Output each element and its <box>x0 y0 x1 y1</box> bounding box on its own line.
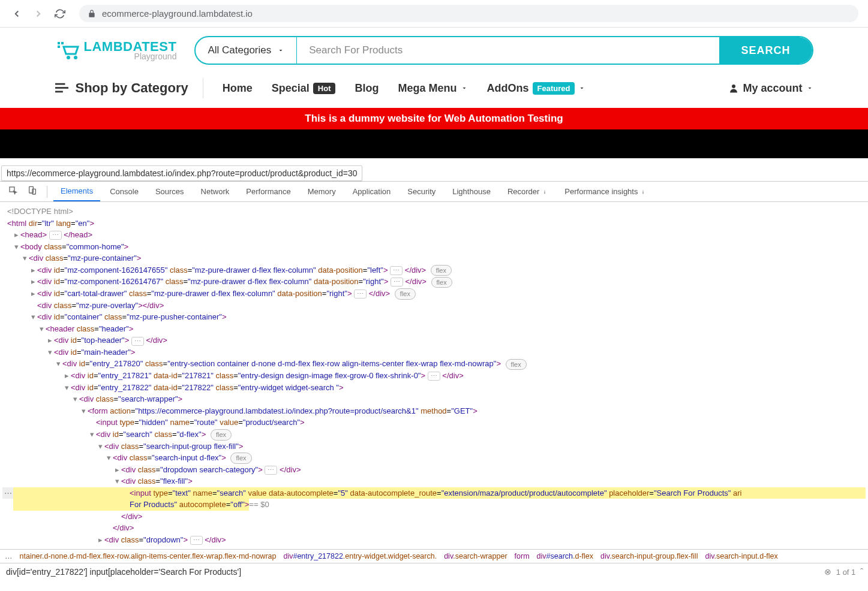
main-nav: Shop by Category Home Special Hot Blog M… <box>38 73 830 108</box>
search-button[interactable]: SEARCH <box>719 37 812 64</box>
chevron-down-icon <box>277 47 284 54</box>
page-content: LAMBDATEST Playground All Categories SEA… <box>0 28 868 181</box>
find-input[interactable] <box>5 566 819 578</box>
status-bar-url: https://ecommerce-playground.lambdatest.… <box>1 165 362 181</box>
devtools: Elements Console Sources Network Perform… <box>0 181 868 580</box>
nav-special[interactable]: Special Hot <box>272 82 336 95</box>
devtools-tabs: Elements Console Sources Network Perform… <box>0 182 868 202</box>
nav-home[interactable]: Home <box>223 82 253 95</box>
hero-strip <box>0 129 868 158</box>
svg-point-3 <box>67 56 70 59</box>
url-text: ecommerce-playground.lambdatest.io <box>102 8 253 19</box>
logo[interactable]: LAMBDATEST Playground <box>55 38 177 62</box>
nav-blog[interactable]: Blog <box>355 82 379 95</box>
cart-icon <box>55 38 79 62</box>
person-icon <box>728 83 739 94</box>
tab-application[interactable]: Application <box>346 182 398 201</box>
reload-button[interactable] <box>53 7 67 21</box>
svg-rect-0 <box>58 42 60 44</box>
forward-button[interactable] <box>31 7 46 21</box>
shop-by-category[interactable]: Shop by Category <box>55 78 203 98</box>
tab-recorder[interactable]: Recorder <box>500 182 555 201</box>
find-prev-icon[interactable]: ˆ <box>860 567 863 577</box>
logo-sub: Playground <box>84 52 177 61</box>
svg-point-4 <box>74 56 77 59</box>
tab-memory[interactable]: Memory <box>301 182 343 201</box>
tab-insights[interactable]: Performance insights <box>557 182 653 201</box>
banner: This is a dummy website for Web Automati… <box>0 108 868 129</box>
tab-elements[interactable]: Elements <box>53 182 100 201</box>
svg-rect-7 <box>55 91 63 93</box>
nav-my-account[interactable]: My account <box>728 82 813 95</box>
tab-security[interactable]: Security <box>400 182 443 201</box>
tab-console[interactable]: Console <box>103 182 146 201</box>
tab-performance[interactable]: Performance <box>239 182 298 201</box>
svg-rect-5 <box>55 83 65 85</box>
site-header: LAMBDATEST Playground All Categories SEA… <box>38 28 830 73</box>
browser-toolbar: ecommerce-playground.lambdatest.io <box>0 0 868 28</box>
clear-icon[interactable]: ⊗ <box>824 567 831 577</box>
dom-breadcrumb[interactable]: … ntainer.d-none.d-md-flex.flex-row.alig… <box>0 549 868 563</box>
hot-badge: Hot <box>313 83 336 94</box>
find-count: 1 of 1 <box>836 568 856 577</box>
device-icon[interactable] <box>24 182 41 201</box>
dom-tree[interactable]: <!DOCTYPE html> <html dir="ltr" lang="en… <box>0 202 868 549</box>
chevron-down-icon <box>806 85 813 92</box>
chevron-down-icon <box>578 85 585 92</box>
nav-mega-menu[interactable]: Mega Menu <box>398 82 467 95</box>
tab-lighthouse[interactable]: Lighthouse <box>445 182 498 201</box>
menu-icon <box>55 83 68 94</box>
search-input[interactable] <box>297 37 719 64</box>
tab-sources[interactable]: Sources <box>148 182 191 201</box>
find-bar: ⊗ 1 of 1 ˆ <box>0 563 868 580</box>
svg-rect-2 <box>58 46 60 48</box>
lock-icon <box>88 10 96 18</box>
chevron-down-icon <box>461 85 468 92</box>
svg-rect-6 <box>55 87 68 89</box>
selected-dom-node[interactable]: <input type="text" name="search" value d… <box>13 487 866 499</box>
svg-point-8 <box>732 85 735 88</box>
featured-badge: Featured <box>533 82 575 95</box>
url-bar[interactable]: ecommerce-playground.lambdatest.io <box>79 5 858 22</box>
back-button[interactable] <box>10 7 24 21</box>
search-form: All Categories SEARCH <box>194 36 813 65</box>
tab-network[interactable]: Network <box>194 182 237 201</box>
svg-rect-1 <box>61 42 64 44</box>
inspect-icon[interactable] <box>5 182 22 201</box>
nav-addons[interactable]: AddOns Featured <box>487 82 586 95</box>
category-dropdown[interactable]: All Categories <box>196 37 297 64</box>
